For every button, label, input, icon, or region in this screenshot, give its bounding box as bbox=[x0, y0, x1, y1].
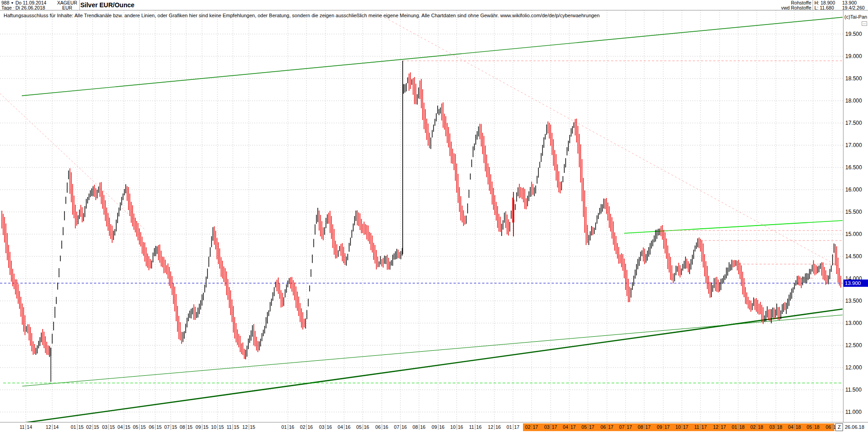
x-axis-month-label: 0318 bbox=[769, 424, 782, 430]
y-axis-tick-label: 19.500 bbox=[845, 31, 862, 37]
disclaimer-text: Haftungsausschluss für Inhalte: Alle Tre… bbox=[4, 13, 600, 18]
y-axis-tick-label: 13.500 bbox=[845, 298, 862, 304]
y-axis-tick-label: 17.500 bbox=[845, 120, 862, 126]
y-axis-tick-label: 18.000 bbox=[845, 98, 862, 104]
x-axis-month-label: 0617 bbox=[601, 424, 613, 430]
x-axis-month-label: 1217 bbox=[713, 424, 726, 430]
y-axis-tick-label: 12.000 bbox=[845, 364, 862, 371]
y-axis-tick-label: 16.500 bbox=[845, 164, 862, 171]
y-axis-tick-label: 15.000 bbox=[845, 231, 862, 237]
x-axis-month-label: 0917 bbox=[657, 424, 670, 430]
x-axis-month-label: 1017 bbox=[676, 424, 688, 430]
x-axis-month-label: 1117 bbox=[694, 424, 707, 430]
y-axis-tick-label: 12.500 bbox=[845, 342, 862, 349]
x-axis-month-label: 0316 bbox=[319, 424, 332, 430]
x-axis-month-label: 0915 bbox=[196, 424, 208, 430]
x-axis-month-label: 0815 bbox=[180, 424, 192, 430]
y-axis-tick-label: 13.000 bbox=[845, 320, 862, 326]
x-axis-month-label: 1115 bbox=[227, 424, 239, 430]
x-axis-month-label: 1116 bbox=[469, 424, 482, 430]
page-title: Silver EUR/Ounce bbox=[80, 1, 134, 9]
y-axis-line bbox=[843, 10, 843, 432]
x-axis-month-label: 0215 bbox=[86, 424, 99, 430]
app-window: 988 ▼ Do 11.09.2014 XAGEUR Tage ▼ Di 26.… bbox=[0, 0, 868, 432]
y-axis-tick-label: 11.500 bbox=[845, 387, 862, 393]
x-axis-month-label: 0415 bbox=[118, 424, 130, 430]
collapse-icon[interactable]: — bbox=[862, 21, 867, 26]
x-axis-month-label: 0816 bbox=[413, 424, 425, 430]
x-axis-month-label: 0516 bbox=[356, 424, 369, 430]
y-axis-tick-label: 19.000 bbox=[845, 53, 862, 59]
x-axis-month-label: 1215 bbox=[242, 424, 255, 430]
x-axis-month-label: 0417 bbox=[563, 424, 576, 430]
x-axis-month-label: 0916 bbox=[432, 424, 444, 430]
x-axis-month-label: 0118 bbox=[732, 424, 745, 430]
x-axis-month-label: 0416 bbox=[338, 424, 350, 430]
x-axis-month-label: 1015 bbox=[211, 424, 224, 430]
x-axis-month-label: 0517 bbox=[582, 424, 594, 430]
x-axis-month-label: 0315 bbox=[102, 424, 115, 430]
header-separator bbox=[0, 10, 868, 10]
x-axis-month-label: 0116 bbox=[281, 424, 294, 430]
y-axis-tick-label: 17.000 bbox=[845, 142, 862, 148]
price-chart bbox=[0, 0, 868, 432]
y-axis-tick-label: 14.500 bbox=[845, 253, 862, 260]
x-axis-month-label: 0615 bbox=[149, 424, 162, 430]
x-axis-month-label: 1016 bbox=[450, 424, 463, 430]
x-axis-month-label: 0616 bbox=[375, 424, 388, 430]
chevron-down-icon: ▼ bbox=[10, 1, 14, 5]
x-axis-month-label: 0115 bbox=[71, 424, 84, 430]
x-axis-month-label: 0218 bbox=[750, 424, 763, 430]
x-axis-month-label: 1216 bbox=[488, 424, 501, 430]
x-axis-month-label: 0716 bbox=[394, 424, 407, 430]
copyright-label: (c)Tai-Pan bbox=[844, 14, 867, 20]
y-axis-tick-label: 18.500 bbox=[845, 75, 862, 82]
last-price-badge: 13.900 bbox=[843, 280, 868, 287]
x-axis-month-label: 0515 bbox=[133, 424, 146, 430]
x-axis-month-label: 0518 bbox=[807, 424, 819, 430]
x-axis-bar: 1114121401150215031504150515061507150815… bbox=[0, 422, 868, 432]
zoom-button[interactable]: Z bbox=[835, 423, 843, 431]
x-axis-month-label: 0418 bbox=[788, 424, 801, 430]
last-date-label: 26.06.18 bbox=[845, 424, 864, 430]
x-axis-month-label: 0817 bbox=[638, 424, 651, 430]
x-axis-month-label: 1214 bbox=[46, 424, 59, 430]
x-axis-month-label: 0317 bbox=[544, 424, 557, 430]
x-axis-month-label: 0217 bbox=[525, 424, 538, 430]
y-axis-tick-label: 11.000 bbox=[845, 409, 862, 415]
x-axis-month-label: 0216 bbox=[300, 424, 313, 430]
x-axis-month-label: 0715 bbox=[164, 424, 177, 430]
x-axis-month-label: 0117 bbox=[507, 424, 519, 430]
x-axis-month-label: 1114 bbox=[20, 424, 32, 430]
y-axis-tick-label: 15.500 bbox=[845, 209, 862, 215]
y-axis-tick-label: 16.000 bbox=[845, 187, 862, 193]
x-axis-month-label: 0717 bbox=[619, 424, 632, 430]
